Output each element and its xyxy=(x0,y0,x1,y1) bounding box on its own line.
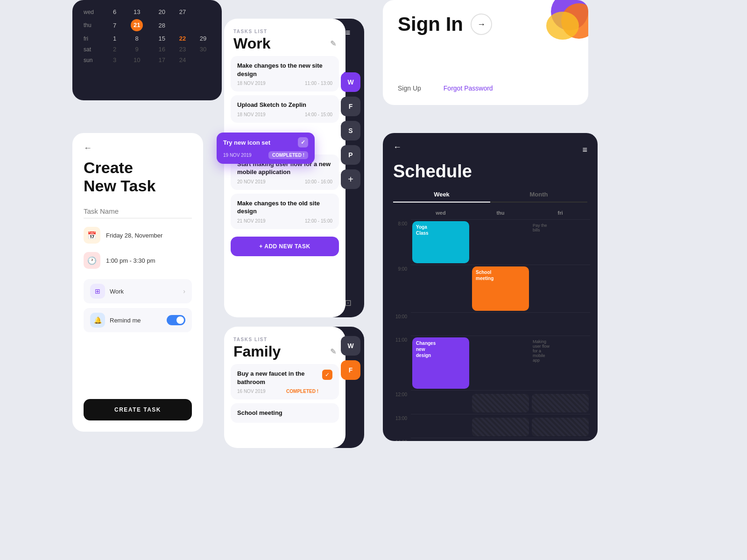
task-name-input[interactable] xyxy=(84,204,192,218)
completed-tooltip: Try new icon set ✓ 19 NOV 2019 COMPLETED… xyxy=(217,133,315,164)
nav-dot-w-bottom[interactable]: W xyxy=(341,336,360,356)
sched-cell-fri-1100: Makinguser flowfor amobileapp xyxy=(530,336,590,390)
tooltip-date: 19 NOV 2019 xyxy=(223,153,252,158)
try-icon-set-event[interactable]: Try newicon set xyxy=(472,440,529,441)
cal-header-thu: thu xyxy=(81,17,107,33)
tab-week[interactable]: Week xyxy=(393,187,490,203)
nav-dot-s[interactable]: S xyxy=(341,121,360,140)
time-900: 9:00 xyxy=(390,265,411,312)
sched-cell-wed-1400 xyxy=(411,438,471,441)
sched-cell-wed-1000 xyxy=(411,312,471,336)
sched-cell-thu-1100 xyxy=(471,336,530,390)
time-1400: 14:00 xyxy=(390,438,411,441)
schedule-menu-icon[interactable]: ≡ xyxy=(582,145,587,155)
yoga-class-event[interactable]: YogaClass xyxy=(412,221,469,263)
back-arrow-icon[interactable]: ← xyxy=(84,143,192,153)
sched-cell-wed-1300 xyxy=(411,414,471,438)
task-name: Make changes to the new site design xyxy=(237,62,332,78)
create-task-btn[interactable]: CREATE TASK xyxy=(84,399,192,420)
cal-header-fri: fri xyxy=(81,33,107,44)
time-icon: 🕐 xyxy=(84,252,100,269)
time-1000: 10:00 xyxy=(390,312,411,336)
tasks-family-label: TASKS LIST xyxy=(233,337,336,342)
task-date-label: Friday 28, November xyxy=(106,232,162,239)
svg-point-2 xyxy=(546,12,579,40)
user-flow-event[interactable]: Makinguser flowfor amobileapp xyxy=(532,337,589,364)
category-label: Work xyxy=(110,288,124,295)
sched-cell-fri-800: Pay thebills xyxy=(530,219,590,265)
tab-month[interactable]: Month xyxy=(490,187,587,203)
task-date: 21 NOV 2019 xyxy=(237,218,266,224)
task-item: Make changes to the new site design 18 N… xyxy=(231,56,339,91)
tasks-work-edit-icon[interactable]: ✎ xyxy=(330,39,336,48)
sched-col-thu: thu xyxy=(471,208,530,217)
calendar-card: wed 6 13 20 27 thu 7 21 28 fri xyxy=(72,0,222,100)
nav-dot-f-bottom[interactable]: F xyxy=(341,360,360,380)
time-1100: 11:00 xyxy=(390,336,411,390)
remind-row: 🔔 Remind me xyxy=(84,308,192,332)
cal-header-wed: wed xyxy=(81,7,107,17)
sched-cell-thu-800 xyxy=(471,219,530,265)
changes-new-design-event[interactable]: Changesnewdesign xyxy=(412,337,469,389)
nav-dot-add[interactable]: + xyxy=(341,169,360,189)
sched-cell-thu-1200 xyxy=(471,390,530,414)
side-nav-top: W F S P + xyxy=(341,72,360,189)
category-row[interactable]: ⊞ Work › xyxy=(84,279,192,303)
signup-link[interactable]: Sign Up xyxy=(398,84,421,92)
signin-card: Sign In → Sign Up Forgot Password xyxy=(383,0,588,105)
hamburger-icon[interactable]: ≡ xyxy=(345,28,351,38)
sched-cell-fri-1200 xyxy=(530,390,590,414)
signin-arrow-btn[interactable]: → xyxy=(471,14,492,35)
family-task-name: School meeting xyxy=(237,409,332,417)
add-task-btn[interactable]: + ADD NEW TASK xyxy=(231,237,339,256)
sched-cell-wed-1200 xyxy=(411,390,471,414)
family-task-date: 16 NOV 2019 xyxy=(237,389,266,394)
task-name: Make changes to the old site design xyxy=(237,199,332,216)
task-check-icon[interactable]: ✓ xyxy=(322,370,332,380)
tooltip-title: Try new icon set xyxy=(223,139,270,146)
task-time-label: 1:00 pm - 3:30 pm xyxy=(106,257,155,264)
sched-cell-wed-800: YogaClass xyxy=(411,219,471,265)
nav-dot-p[interactable]: P xyxy=(341,145,360,165)
tooltip-check-icon[interactable]: ✓ xyxy=(298,137,308,147)
sched-cell-fri-1000 xyxy=(530,312,590,336)
sched-cell-fri-1300 xyxy=(530,414,590,438)
task-time: 12:00 - 15:00 xyxy=(305,218,332,224)
task-name: Upload Sketch to Zeplin xyxy=(237,101,332,109)
family-task-item: School meeting xyxy=(231,403,339,423)
busy-slot-fri-1300 xyxy=(532,418,589,436)
create-task-title: CreateNew Task xyxy=(84,159,192,195)
tasks-work-card: TASKS LIST Work ✎ Make changes to the ne… xyxy=(224,19,345,317)
create-task-card: ← CreateNew Task 📅 Friday 28, November 🕐… xyxy=(72,133,203,432)
task-time: 14:00 - 15:00 xyxy=(305,112,332,117)
time-1200: 12:00 xyxy=(390,390,411,414)
sched-cell-wed-900 xyxy=(411,265,471,312)
remind-toggle[interactable] xyxy=(167,315,185,325)
tasks-family-title: Family xyxy=(233,343,281,360)
sched-cell-fri-900 xyxy=(530,265,590,312)
sched-cell-thu-1000 xyxy=(471,312,530,336)
sched-cell-thu-1400: Try newicon set xyxy=(471,438,530,441)
chevron-right-icon: › xyxy=(183,287,185,295)
tasks-family-edit-icon[interactable]: ✎ xyxy=(330,347,336,356)
sched-cell-wed-1100: Changesnewdesign xyxy=(411,336,471,390)
nav-dot-w[interactable]: W xyxy=(341,72,360,92)
tasks-work-label: TASKS LIST xyxy=(233,29,336,34)
task-date: 18 NOV 2019 xyxy=(237,112,266,117)
date-icon: 📅 xyxy=(84,227,100,244)
schedule-card: ← ≡ Schedule Week Month wed thu fri 8:00… xyxy=(383,133,598,441)
task-time: 10:00 - 16:00 xyxy=(305,179,332,184)
schedule-back-icon[interactable]: ← xyxy=(393,142,402,152)
completed-badge: COMPLETED ! xyxy=(268,151,308,159)
family-task-item: Buy a new faucet in the bathroom 16 NOV … xyxy=(231,364,339,399)
school-meeting-event[interactable]: Schoolmeeting xyxy=(472,266,529,311)
category-icon: ⊞ xyxy=(90,284,105,299)
sched-cell-thu-1300 xyxy=(471,414,530,438)
busy-slot-fri-1200 xyxy=(532,394,589,413)
nav-dot-f[interactable]: F xyxy=(341,97,360,116)
task-time: 11:00 - 13:00 xyxy=(305,81,332,86)
forgot-password-link[interactable]: Forgot Password xyxy=(444,84,493,92)
busy-slot-thu-1300 xyxy=(472,418,529,436)
pay-bills-event[interactable]: Pay thebills xyxy=(532,221,589,234)
signin-title: Sign In xyxy=(398,13,463,35)
